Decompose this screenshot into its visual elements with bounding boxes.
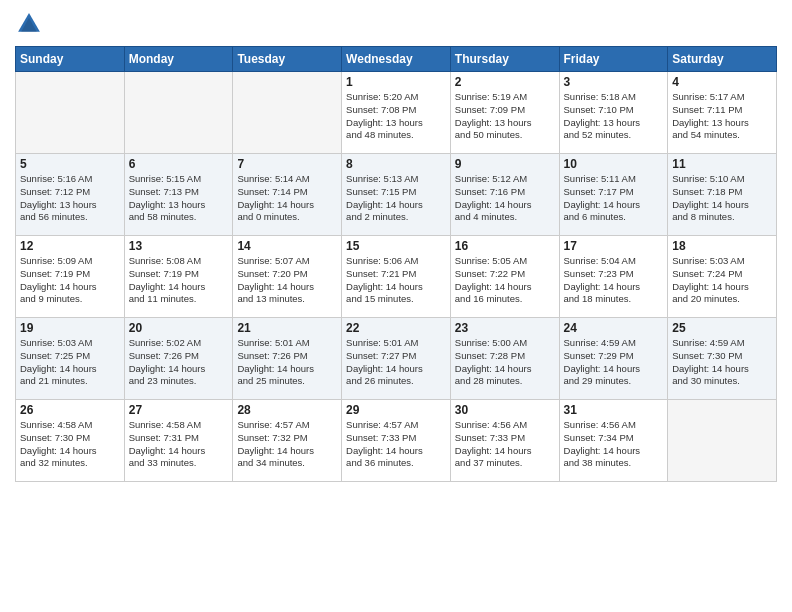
day-number: 14 [237, 239, 337, 253]
day-info: Sunrise: 5:08 AM Sunset: 7:19 PM Dayligh… [129, 255, 229, 306]
weekday-header: Saturday [668, 47, 777, 72]
day-number: 15 [346, 239, 446, 253]
calendar-cell: 2Sunrise: 5:19 AM Sunset: 7:09 PM Daylig… [450, 72, 559, 154]
day-info: Sunrise: 5:11 AM Sunset: 7:17 PM Dayligh… [564, 173, 664, 224]
day-info: Sunrise: 5:09 AM Sunset: 7:19 PM Dayligh… [20, 255, 120, 306]
day-number: 10 [564, 157, 664, 171]
calendar: SundayMondayTuesdayWednesdayThursdayFrid… [15, 46, 777, 482]
day-info: Sunrise: 5:14 AM Sunset: 7:14 PM Dayligh… [237, 173, 337, 224]
header [15, 10, 777, 38]
day-number: 23 [455, 321, 555, 335]
day-info: Sunrise: 5:01 AM Sunset: 7:27 PM Dayligh… [346, 337, 446, 388]
day-number: 25 [672, 321, 772, 335]
day-info: Sunrise: 5:06 AM Sunset: 7:21 PM Dayligh… [346, 255, 446, 306]
day-number: 5 [20, 157, 120, 171]
day-info: Sunrise: 5:05 AM Sunset: 7:22 PM Dayligh… [455, 255, 555, 306]
day-info: Sunrise: 5:17 AM Sunset: 7:11 PM Dayligh… [672, 91, 772, 142]
weekday-header: Tuesday [233, 47, 342, 72]
day-number: 21 [237, 321, 337, 335]
day-info: Sunrise: 5:00 AM Sunset: 7:28 PM Dayligh… [455, 337, 555, 388]
day-info: Sunrise: 5:20 AM Sunset: 7:08 PM Dayligh… [346, 91, 446, 142]
calendar-cell: 8Sunrise: 5:13 AM Sunset: 7:15 PM Daylig… [342, 154, 451, 236]
calendar-cell: 4Sunrise: 5:17 AM Sunset: 7:11 PM Daylig… [668, 72, 777, 154]
calendar-cell: 5Sunrise: 5:16 AM Sunset: 7:12 PM Daylig… [16, 154, 125, 236]
day-info: Sunrise: 5:02 AM Sunset: 7:26 PM Dayligh… [129, 337, 229, 388]
calendar-cell: 25Sunrise: 4:59 AM Sunset: 7:30 PM Dayli… [668, 318, 777, 400]
page: SundayMondayTuesdayWednesdayThursdayFrid… [0, 0, 792, 492]
calendar-cell: 18Sunrise: 5:03 AM Sunset: 7:24 PM Dayli… [668, 236, 777, 318]
calendar-cell: 12Sunrise: 5:09 AM Sunset: 7:19 PM Dayli… [16, 236, 125, 318]
logo [15, 10, 47, 38]
day-info: Sunrise: 4:59 AM Sunset: 7:29 PM Dayligh… [564, 337, 664, 388]
day-number: 3 [564, 75, 664, 89]
calendar-cell: 29Sunrise: 4:57 AM Sunset: 7:33 PM Dayli… [342, 400, 451, 482]
day-number: 22 [346, 321, 446, 335]
calendar-cell: 10Sunrise: 5:11 AM Sunset: 7:17 PM Dayli… [559, 154, 668, 236]
day-info: Sunrise: 5:07 AM Sunset: 7:20 PM Dayligh… [237, 255, 337, 306]
day-number: 9 [455, 157, 555, 171]
day-info: Sunrise: 4:58 AM Sunset: 7:31 PM Dayligh… [129, 419, 229, 470]
calendar-cell [16, 72, 125, 154]
weekday-header: Monday [124, 47, 233, 72]
calendar-week-row: 5Sunrise: 5:16 AM Sunset: 7:12 PM Daylig… [16, 154, 777, 236]
calendar-cell: 27Sunrise: 4:58 AM Sunset: 7:31 PM Dayli… [124, 400, 233, 482]
day-number: 26 [20, 403, 120, 417]
calendar-cell: 11Sunrise: 5:10 AM Sunset: 7:18 PM Dayli… [668, 154, 777, 236]
day-number: 17 [564, 239, 664, 253]
calendar-week-row: 12Sunrise: 5:09 AM Sunset: 7:19 PM Dayli… [16, 236, 777, 318]
calendar-cell: 19Sunrise: 5:03 AM Sunset: 7:25 PM Dayli… [16, 318, 125, 400]
calendar-cell: 13Sunrise: 5:08 AM Sunset: 7:19 PM Dayli… [124, 236, 233, 318]
day-info: Sunrise: 5:01 AM Sunset: 7:26 PM Dayligh… [237, 337, 337, 388]
day-number: 16 [455, 239, 555, 253]
calendar-cell [668, 400, 777, 482]
calendar-week-row: 19Sunrise: 5:03 AM Sunset: 7:25 PM Dayli… [16, 318, 777, 400]
day-number: 8 [346, 157, 446, 171]
calendar-cell: 16Sunrise: 5:05 AM Sunset: 7:22 PM Dayli… [450, 236, 559, 318]
day-number: 29 [346, 403, 446, 417]
logo-icon [15, 10, 43, 38]
calendar-cell: 20Sunrise: 5:02 AM Sunset: 7:26 PM Dayli… [124, 318, 233, 400]
weekday-header: Thursday [450, 47, 559, 72]
calendar-cell: 22Sunrise: 5:01 AM Sunset: 7:27 PM Dayli… [342, 318, 451, 400]
day-number: 28 [237, 403, 337, 417]
calendar-cell: 3Sunrise: 5:18 AM Sunset: 7:10 PM Daylig… [559, 72, 668, 154]
calendar-cell: 6Sunrise: 5:15 AM Sunset: 7:13 PM Daylig… [124, 154, 233, 236]
day-info: Sunrise: 4:57 AM Sunset: 7:32 PM Dayligh… [237, 419, 337, 470]
calendar-cell: 17Sunrise: 5:04 AM Sunset: 7:23 PM Dayli… [559, 236, 668, 318]
day-info: Sunrise: 5:18 AM Sunset: 7:10 PM Dayligh… [564, 91, 664, 142]
calendar-cell [233, 72, 342, 154]
calendar-cell: 9Sunrise: 5:12 AM Sunset: 7:16 PM Daylig… [450, 154, 559, 236]
day-number: 11 [672, 157, 772, 171]
calendar-cell: 15Sunrise: 5:06 AM Sunset: 7:21 PM Dayli… [342, 236, 451, 318]
calendar-cell: 28Sunrise: 4:57 AM Sunset: 7:32 PM Dayli… [233, 400, 342, 482]
weekday-header: Friday [559, 47, 668, 72]
day-number: 18 [672, 239, 772, 253]
day-info: Sunrise: 4:57 AM Sunset: 7:33 PM Dayligh… [346, 419, 446, 470]
day-info: Sunrise: 4:56 AM Sunset: 7:33 PM Dayligh… [455, 419, 555, 470]
calendar-cell: 14Sunrise: 5:07 AM Sunset: 7:20 PM Dayli… [233, 236, 342, 318]
day-number: 30 [455, 403, 555, 417]
day-number: 12 [20, 239, 120, 253]
calendar-cell: 30Sunrise: 4:56 AM Sunset: 7:33 PM Dayli… [450, 400, 559, 482]
day-info: Sunrise: 4:58 AM Sunset: 7:30 PM Dayligh… [20, 419, 120, 470]
calendar-week-row: 1Sunrise: 5:20 AM Sunset: 7:08 PM Daylig… [16, 72, 777, 154]
calendar-cell: 21Sunrise: 5:01 AM Sunset: 7:26 PM Dayli… [233, 318, 342, 400]
weekday-header: Wednesday [342, 47, 451, 72]
day-number: 27 [129, 403, 229, 417]
day-info: Sunrise: 5:12 AM Sunset: 7:16 PM Dayligh… [455, 173, 555, 224]
day-number: 19 [20, 321, 120, 335]
weekday-header: Sunday [16, 47, 125, 72]
calendar-cell: 24Sunrise: 4:59 AM Sunset: 7:29 PM Dayli… [559, 318, 668, 400]
day-info: Sunrise: 5:19 AM Sunset: 7:09 PM Dayligh… [455, 91, 555, 142]
calendar-cell: 26Sunrise: 4:58 AM Sunset: 7:30 PM Dayli… [16, 400, 125, 482]
day-number: 6 [129, 157, 229, 171]
calendar-cell: 7Sunrise: 5:14 AM Sunset: 7:14 PM Daylig… [233, 154, 342, 236]
day-info: Sunrise: 5:15 AM Sunset: 7:13 PM Dayligh… [129, 173, 229, 224]
day-info: Sunrise: 5:03 AM Sunset: 7:25 PM Dayligh… [20, 337, 120, 388]
day-info: Sunrise: 5:13 AM Sunset: 7:15 PM Dayligh… [346, 173, 446, 224]
day-info: Sunrise: 4:56 AM Sunset: 7:34 PM Dayligh… [564, 419, 664, 470]
day-number: 13 [129, 239, 229, 253]
calendar-cell: 31Sunrise: 4:56 AM Sunset: 7:34 PM Dayli… [559, 400, 668, 482]
day-info: Sunrise: 4:59 AM Sunset: 7:30 PM Dayligh… [672, 337, 772, 388]
day-info: Sunrise: 5:04 AM Sunset: 7:23 PM Dayligh… [564, 255, 664, 306]
